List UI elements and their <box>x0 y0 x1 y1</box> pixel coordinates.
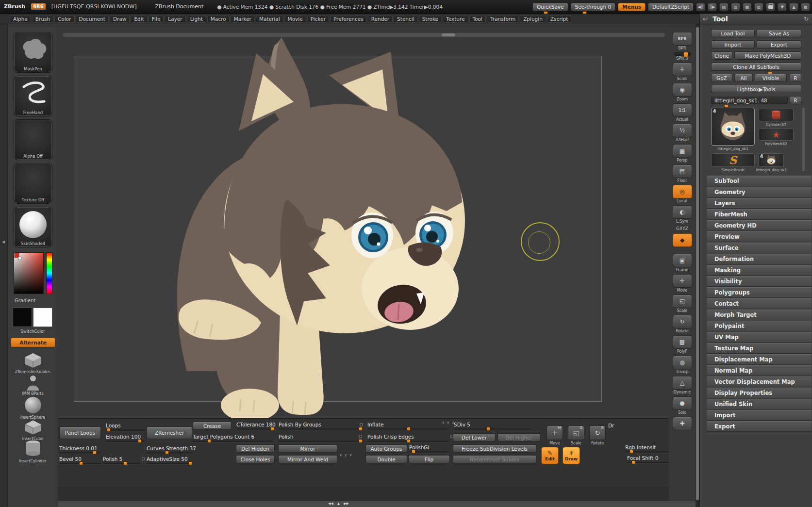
tool-section-row[interactable]: Masking <box>707 265 812 276</box>
sdiv-slider[interactable]: SDiv 5 <box>454 422 531 430</box>
tool-section-row[interactable]: Contact <box>707 298 812 309</box>
menu-item[interactable]: Render <box>368 15 393 23</box>
menu-item[interactable]: Alpha <box>10 15 31 23</box>
polymesh3d-thumbnail[interactable]: ★ <box>759 128 794 141</box>
move-tool-icon[interactable]: ✛ M <box>547 425 563 440</box>
thickness-slider[interactable]: Thickness 0.01 <box>59 445 101 454</box>
tray-collapse-icon[interactable]: ◀ <box>2 240 5 244</box>
zremesher-button[interactable]: ZRemesher <box>147 426 192 439</box>
cylinder3d-thumbnail[interactable] <box>759 109 794 121</box>
goz-all-button[interactable]: All <box>734 74 753 82</box>
menu-item[interactable]: Macro <box>207 15 230 23</box>
inflate-slider[interactable]: Inflate <box>367 422 449 430</box>
scroll-right-icon[interactable]: ▶▶ <box>344 502 349 506</box>
panel-loops-button[interactable]: Panel Loops <box>59 426 101 439</box>
seethrough-slider[interactable]: See-through 0 <box>571 3 616 11</box>
bevel-slider[interactable]: Bevel 50 <box>59 456 101 464</box>
tool-section-row[interactable]: Normal Map <box>707 365 812 376</box>
menu-item[interactable]: Zscript <box>547 15 571 23</box>
menu-item[interactable]: Texture <box>443 15 468 23</box>
tool-section-row[interactable]: Layers <box>707 198 812 209</box>
shelf-button[interactable]: ½ AAHalf <box>672 124 693 142</box>
tool-section-row[interactable]: SubTool <box>707 176 812 186</box>
scrollbar-arrows[interactable]: ◀◀ ▲ ▶▶ <box>328 502 349 506</box>
menu-item[interactable]: Marker <box>231 15 255 23</box>
lightbox-tools-button[interactable]: Lightbox▶Tools <box>711 85 801 93</box>
simplebrush-thumbnail[interactable]: S <box>711 153 755 167</box>
polish-surface-slider[interactable]: Polish <box>279 434 363 442</box>
del-hidden-button[interactable]: Del Hidden <box>236 444 275 453</box>
layout-icon[interactable]: ▦ <box>801 3 810 11</box>
lock-icon[interactable] <box>766 3 775 11</box>
doc-icon-2[interactable]: ▥ <box>731 3 740 11</box>
del-lower-button[interactable]: Del Lower <box>453 433 496 442</box>
tool-section-row[interactable]: Morph Target <box>707 310 812 320</box>
hue-strip[interactable] <box>46 252 52 294</box>
tray-right-icon[interactable]: ||▶ <box>708 3 717 11</box>
alternate-button[interactable]: Alternate <box>11 338 55 347</box>
target-polygons-slider[interactable]: Target Polygons Count 6 <box>193 434 273 442</box>
tool-section-row[interactable]: Geometry <box>707 187 812 197</box>
mirror-axis-toggles[interactable]: x y z <box>340 453 352 457</box>
goz-visible-button[interactable]: Visible <box>755 74 787 82</box>
del-higher-button[interactable]: Del Higher <box>497 433 540 442</box>
slider-handle[interactable] <box>631 460 635 464</box>
menu-item[interactable]: Movie <box>284 15 306 23</box>
rotate-tool-icon[interactable]: ↻ R <box>589 425 606 440</box>
slider-handle[interactable] <box>270 427 274 431</box>
clone-button[interactable]: Clone <box>711 51 732 60</box>
tool-section-row[interactable]: UV Map <box>707 332 812 343</box>
polishgi-slider[interactable]: PolishGI <box>409 444 450 453</box>
active-tool-thumbnail[interactable] <box>711 108 755 146</box>
thumbs-scrollbar[interactable] <box>802 108 805 171</box>
slider-handle[interactable] <box>138 439 142 443</box>
tool-section-row[interactable]: Deformation <box>707 254 812 264</box>
tool-section-row[interactable]: FiberMesh <box>707 209 812 220</box>
shelf-button[interactable]: ▦ Persp <box>672 144 693 163</box>
shelf-button[interactable]: BPR BPR <box>672 32 693 50</box>
tool-section-row[interactable]: Export <box>707 421 812 432</box>
curves-strength-slider[interactable]: Curves Strength 37 <box>147 445 192 454</box>
alt-color-swatch[interactable] <box>33 308 52 327</box>
doc-icon-3[interactable]: ▦ <box>743 3 752 11</box>
slider-handle[interactable] <box>79 461 83 465</box>
menu-item[interactable]: Picker <box>307 15 329 23</box>
menu-item[interactable]: Tool <box>469 15 486 23</box>
focal-shift-slider[interactable]: Focal Shift 0 <box>627 455 669 463</box>
shelf-button[interactable]: ↻ Rotate <box>672 315 693 333</box>
slider-handle[interactable] <box>93 451 97 455</box>
doc-icon-1[interactable]: ▤ <box>719 3 729 11</box>
shelf-button[interactable]: ● Solo <box>672 396 693 415</box>
menu-item[interactable]: Material <box>256 15 283 23</box>
menu-item[interactable]: Edit <box>131 15 147 23</box>
alpha-thumbnail[interactable]: Alpha Off <box>14 119 52 160</box>
insertcube-icon[interactable] <box>8 419 58 436</box>
menu-item[interactable]: Preferences <box>330 15 367 23</box>
tool-section-row[interactable]: Unified Skin <box>707 399 812 409</box>
shelf-button[interactable]: ✚ <box>672 417 693 435</box>
shelf-button[interactable]: ◆ <box>672 233 693 252</box>
insertsphere-icon[interactable] <box>8 397 58 413</box>
mirror-button[interactable]: Mirror <box>278 444 337 453</box>
switchcolor-label[interactable]: SwitchColor <box>8 329 58 334</box>
crisp-edges-mode-dot[interactable] <box>359 435 362 438</box>
maximize-icon[interactable]: ▲ <box>789 3 798 11</box>
shelf-button[interactable]: △ Dynamic <box>672 376 693 394</box>
shelf-button[interactable]: ▩ PolyF <box>672 335 693 354</box>
reconstruct-subdiv-button[interactable]: Reconstruct Subdiv <box>453 455 536 463</box>
loops-slider[interactable]: Loops <box>106 423 145 431</box>
elevation-slider[interactable]: Elevation 100 <box>106 434 145 442</box>
imm-bparts-icon[interactable] <box>8 375 58 391</box>
menu-item[interactable]: Draw <box>110 15 130 23</box>
slider-handle[interactable] <box>123 461 127 465</box>
quicksave-button[interactable]: QuickSave <box>532 3 568 11</box>
main-color-swatch[interactable] <box>13 308 32 327</box>
tray-left-icon[interactable]: ◀|| <box>696 3 705 11</box>
panel-back-icon[interactable]: ↩ <box>703 16 708 22</box>
tool-section-row[interactable]: Polypaint <box>707 321 812 331</box>
scroll-up-icon[interactable]: ▲ <box>337 502 340 506</box>
shelf-button[interactable]: ◉ Zoom <box>672 83 693 101</box>
goz-r-button[interactable]: R <box>790 74 801 82</box>
menus-button[interactable]: Menus <box>618 3 646 11</box>
slider-handle[interactable] <box>407 427 411 431</box>
